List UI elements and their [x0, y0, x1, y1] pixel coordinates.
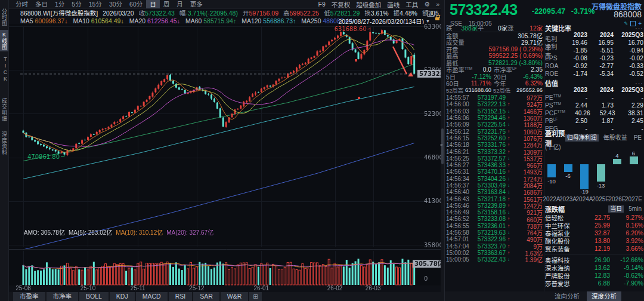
x-tick-25-10: 25-10: [80, 285, 96, 291]
indicator-button-市盈率[interactable]: 市盈率: [13, 292, 45, 301]
column-2023: 2023: [561, 32, 587, 39]
indicator-button-KDJ[interactable]: KDJ: [110, 292, 135, 301]
candlestick-chart[interactable]: [8, 24, 444, 285]
valuation-row-PCF: PCFTTM40.2652.4338.31: [545, 109, 643, 117]
key-ratios-menu-icon[interactable]: ···: [635, 24, 643, 32]
tab-深度分析[interactable]: 深度分析: [587, 291, 621, 301]
more-tools-icon[interactable]: »: [436, 1, 439, 8]
forecast-year-2027E: 2027E: [625, 196, 642, 202]
valuation-menu-icon[interactable]: ···: [635, 79, 643, 87]
forecast-tab-PE[interactable]: PE: [632, 134, 643, 142]
volume-ma-label: AMO: 305.78亿: [24, 229, 65, 236]
indicator-button-市净率[interactable]: 市净率: [47, 292, 79, 301]
trade-date: 2026/03/20: [103, 10, 134, 17]
quote-field: 收573322.43: [139, 8, 175, 17]
forecast-tab-每股收益[interactable]: 每股收益: [602, 134, 629, 142]
trade-row: 15:00:05573322.43↓1.39亿: [446, 256, 543, 263]
movers-tab-当日[interactable]: 当日: [608, 205, 624, 213]
sidebar-item-K线图[interactable]: K线图: [0, 30, 8, 51]
column-2025Q3: 2025Q3: [614, 87, 643, 94]
tool-工具[interactable]: 工具: [405, 0, 418, 9]
forecast-bar-2025E: [597, 164, 605, 182]
valuation-row-PE: PETTM---: [545, 94, 643, 102]
sidebar-item-分时图[interactable]: 分时图: [0, 6, 8, 29]
period-tab-日[interactable]: 日: [146, 0, 160, 8]
indicator-button-MACD[interactable]: MACD: [136, 292, 168, 301]
quote-field: 振4.48%: [394, 8, 417, 17]
indicator-toolbar: 市盈率市净率BOLLKDJMACDRSISARW&R⊞: [8, 292, 449, 301]
tool-画线[interactable]: 画线: [387, 0, 400, 9]
chart-column: 分时多日1分5分15分30分60分日周月更多 F9不复权超级叠加画线工具⚙ » …: [8, 0, 444, 301]
forecast-bar-2027E: [630, 156, 638, 164]
screenshot-icon[interactable]: [427, 11, 435, 17]
sidebar-item-TICK[interactable]: TICK: [0, 53, 8, 86]
period-tab-月[interactable]: 月: [173, 0, 187, 8]
key-ratios-row-EPS: EPS-0.08-0.23-0.02: [545, 54, 643, 62]
period-tab-周[interactable]: 周: [160, 0, 174, 8]
forecast-value-label: -10: [543, 178, 561, 185]
forecast-bar-chart: -10-6-19-1346: [545, 150, 643, 195]
forecast-unit: (十亿): [545, 142, 643, 149]
period-tab-1分[interactable]: 1分: [51, 0, 68, 8]
mover-row-冀东装备[interactable]: 冀东装备12.193.66%: [545, 245, 643, 253]
x-tick-26-02: 26-02: [327, 285, 343, 291]
period-tab-30分[interactable]: 30分: [106, 0, 126, 8]
indicator-button-W&R[interactable]: W&R: [221, 292, 249, 301]
forecast-bar-2026E: [613, 159, 621, 164]
x-tick-26-03: 26-03: [366, 285, 381, 291]
panel-resize-handle[interactable]: »: [441, 0, 444, 292]
period-tab-60分[interactable]: 60分: [126, 0, 146, 8]
trade-row: 14:57:01573322.96↑490万: [446, 236, 543, 242]
x-tick-25-08: 25-08: [16, 285, 31, 291]
forecast-bar-2024A: [580, 164, 589, 189]
forecast-value-label: -19: [575, 188, 593, 195]
column-2023: 2023: [561, 87, 587, 94]
column-2025Q3: 2025Q3: [614, 32, 643, 39]
forecast-value-label: 4: [608, 152, 626, 159]
price-change: -22095.47 -3.71%: [532, 7, 595, 16]
period-tab-15分[interactable]: 15分: [85, 0, 106, 8]
tick-trade-list: 14:55:57573197.49972万14:56:00573222.13↑9…: [446, 94, 543, 263]
x-tick-25-11: 25-11: [131, 285, 145, 291]
forecast-tab-归母净利润[interactable]: 归母净利润: [565, 134, 599, 142]
fundamentals-column: 关键比率···202320242025Q3毛利率19.4616.9516.70净…: [545, 24, 643, 287]
volume-ma-label: MA(20): 327.67亿: [166, 229, 213, 236]
forecast-value-label: -6: [559, 173, 577, 179]
valuation-columns: 202320242025Q3: [545, 87, 643, 94]
tool-F9[interactable]: F9: [318, 1, 326, 8]
sidebar-item-成交明细[interactable]: 成交明细: [0, 94, 8, 125]
quote-panel: 573322.43 -22095.47 -3.71% 万得微盘股指数 86800…: [444, 0, 644, 301]
sidebar-item-深度资料[interactable]: 深度资料: [0, 128, 8, 159]
add-indicator-button[interactable]: ⊞: [249, 292, 262, 301]
quote-field: 幅-3.71%(-22095.48): [179, 8, 238, 17]
indicator-button-RSI[interactable]: RSI: [169, 292, 193, 301]
ma-value-MA10: MA10 610564.49↓: [73, 17, 123, 24]
mover-row-莎普爱思[interactable]: 莎普爱思6.88-7.90%: [545, 280, 643, 287]
period-tab-5分[interactable]: 5分: [68, 0, 85, 8]
unlocked-lock-icon[interactable]: [435, 17, 439, 20]
period-tab-多日[interactable]: 多日: [32, 0, 51, 8]
forecast-year-2024A: 2024A: [576, 196, 593, 202]
last-price: 573322.43: [450, 1, 518, 19]
stats-and-trades: 跌388家平0家涨12家金额305.78亿成交量29.71亿开盘597156.0…: [446, 24, 543, 263]
change-value: -22095.47: [532, 7, 565, 16]
tool-超级叠加[interactable]: 超级叠加: [356, 0, 381, 9]
quote-field: 开597156.09: [243, 8, 278, 17]
volume-ma-label: MA(10): 310.12亿: [116, 229, 163, 236]
tool-不复权[interactable]: 不复权: [332, 0, 351, 9]
indicator-button-BOLL[interactable]: BOLL: [79, 292, 109, 301]
period-tab-分时[interactable]: 分时: [12, 0, 32, 8]
forecast-bar-2023A: [564, 164, 572, 172]
forecast-year-2022A: 2022A: [543, 196, 561, 202]
tab-流向分析[interactable]: 流向分析: [550, 291, 584, 301]
forecast-year-2023A: 2023A: [559, 196, 577, 202]
key-ratios-row-ROE: ROE-1.74-5.34-0.52: [545, 70, 643, 78]
period-tab-更多[interactable]: 更多: [187, 0, 206, 8]
collapse-panel-icon[interactable]: »: [440, 142, 442, 148]
quote-field: 换3.61%: [364, 8, 388, 17]
volume-ma-label: MA(5): 283.02亿: [69, 229, 112, 236]
movers-tab-5min[interactable]: 5min: [627, 205, 643, 213]
key-ratios-header: 关键比率···: [545, 24, 643, 32]
gear-icon[interactable]: ⚙: [424, 1, 430, 8]
indicator-button-SAR[interactable]: SAR: [193, 292, 219, 301]
